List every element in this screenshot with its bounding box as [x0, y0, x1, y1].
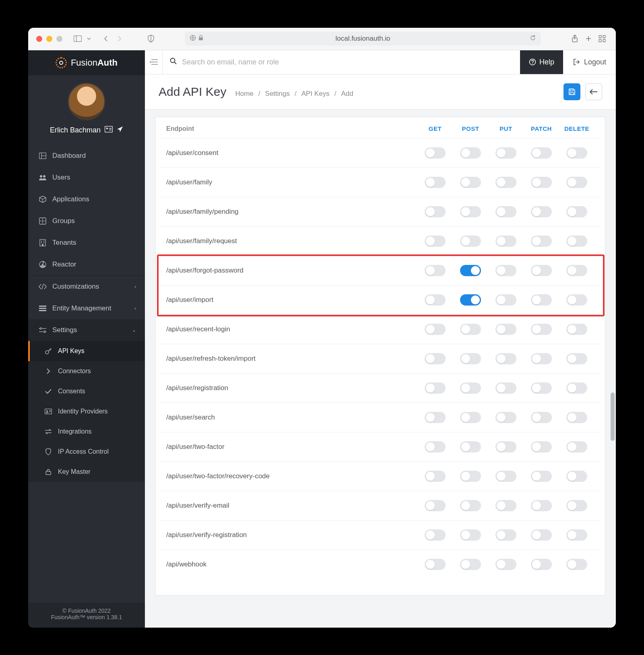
- toggle-post[interactable]: [460, 353, 481, 364]
- sidebar-item-users[interactable]: Users: [28, 167, 145, 188]
- sidebar-item-customizations[interactable]: Customizations ‹: [28, 276, 145, 298]
- toggle-patch[interactable]: [531, 382, 552, 394]
- toggle-delete[interactable]: [566, 559, 587, 570]
- toggle-get[interactable]: [425, 500, 446, 511]
- toggle-get[interactable]: [425, 147, 446, 159]
- sidebar-item-applications[interactable]: Applications: [28, 188, 145, 210]
- toggle-delete[interactable]: [566, 324, 587, 335]
- sidebar-item-reactor[interactable]: Reactor: [28, 254, 145, 275]
- vcard-icon[interactable]: [105, 126, 113, 134]
- toggle-get[interactable]: [425, 353, 446, 364]
- toggle-patch[interactable]: [531, 353, 552, 364]
- close-window-icon[interactable]: [36, 36, 42, 42]
- toggle-delete[interactable]: [566, 529, 587, 541]
- toggle-patch[interactable]: [531, 500, 552, 511]
- back-icon[interactable]: [100, 33, 111, 44]
- toggle-put[interactable]: [495, 412, 516, 423]
- toggle-get[interactable]: [425, 529, 446, 541]
- toggle-post[interactable]: [460, 206, 481, 217]
- toggle-patch[interactable]: [531, 177, 552, 188]
- sidebar-subitem-connectors[interactable]: Connectors: [28, 361, 145, 381]
- sidebar-item-settings[interactable]: Settings ⌄: [28, 319, 145, 341]
- toggle-patch[interactable]: [531, 529, 552, 541]
- toggle-patch[interactable]: [531, 441, 552, 453]
- tabs-overview-icon[interactable]: [597, 33, 608, 44]
- toggle-get[interactable]: [425, 294, 446, 306]
- sidebar-subitem-integrations[interactable]: Integrations: [28, 422, 145, 442]
- share-icon[interactable]: [569, 33, 580, 44]
- location-icon[interactable]: [117, 126, 123, 134]
- sidebar-subitem-api-keys[interactable]: API Keys: [28, 341, 145, 361]
- toggle-delete[interactable]: [566, 471, 587, 482]
- back-button[interactable]: [585, 83, 602, 100]
- logout-button[interactable]: Logout: [563, 50, 616, 74]
- toggle-post[interactable]: [460, 382, 481, 394]
- address-bar[interactable]: local.fusionauth.io: [185, 32, 541, 45]
- sidebar-item-tenants[interactable]: Tenants: [28, 232, 145, 254]
- toggle-put[interactable]: [495, 529, 516, 541]
- toggle-post[interactable]: [460, 441, 481, 453]
- toggle-delete[interactable]: [566, 500, 587, 511]
- search-input[interactable]: [182, 58, 513, 66]
- toggle-get[interactable]: [425, 382, 446, 394]
- toggle-post[interactable]: [460, 265, 481, 276]
- toggle-put[interactable]: [495, 177, 516, 188]
- toggle-delete[interactable]: [566, 294, 587, 306]
- toggle-post[interactable]: [460, 471, 481, 482]
- toggle-put[interactable]: [495, 471, 516, 482]
- reload-icon[interactable]: [530, 35, 536, 43]
- toggle-patch[interactable]: [531, 471, 552, 482]
- sidebar-toggle-icon[interactable]: [72, 33, 83, 44]
- crumb-api-keys[interactable]: API Keys: [301, 90, 330, 98]
- forward-icon[interactable]: [114, 33, 125, 44]
- toggle-post[interactable]: [460, 294, 481, 306]
- toggle-get[interactable]: [425, 441, 446, 453]
- toggle-post[interactable]: [460, 177, 481, 188]
- toggle-patch[interactable]: [531, 412, 552, 423]
- avatar[interactable]: [68, 83, 105, 120]
- sidebar-subitem-identity-providers[interactable]: Identity Providers: [28, 401, 145, 422]
- sidebar-subitem-key-master[interactable]: Key Master: [28, 462, 145, 482]
- crumb-settings[interactable]: Settings: [265, 90, 290, 98]
- toggle-delete[interactable]: [566, 412, 587, 423]
- toggle-get[interactable]: [425, 265, 446, 276]
- toggle-put[interactable]: [495, 353, 516, 364]
- toggle-put[interactable]: [495, 147, 516, 159]
- toggle-put[interactable]: [495, 559, 516, 570]
- new-tab-icon[interactable]: [583, 33, 594, 44]
- minimize-window-icon[interactable]: [46, 36, 52, 42]
- sidebar-item-entity-management[interactable]: Entity Management ‹: [28, 298, 145, 319]
- toggle-put[interactable]: [495, 265, 516, 276]
- toggle-get[interactable]: [425, 471, 446, 482]
- toggle-post[interactable]: [460, 559, 481, 570]
- toggle-get[interactable]: [425, 412, 446, 423]
- toggle-delete[interactable]: [566, 177, 587, 188]
- help-button[interactable]: Help: [520, 50, 563, 74]
- toggle-put[interactable]: [495, 382, 516, 394]
- collapse-sidebar-icon[interactable]: [145, 50, 163, 74]
- toggle-patch[interactable]: [531, 324, 552, 335]
- toggle-get[interactable]: [425, 236, 446, 247]
- toggle-patch[interactable]: [531, 265, 552, 276]
- toggle-delete[interactable]: [566, 147, 587, 159]
- maximize-window-icon[interactable]: [56, 36, 62, 42]
- sidebar-subitem-consents[interactable]: Consents: [28, 381, 145, 401]
- site-settings-icon[interactable]: [190, 35, 196, 43]
- scrollbar-thumb[interactable]: [611, 393, 615, 441]
- toggle-post[interactable]: [460, 324, 481, 335]
- toggle-put[interactable]: [495, 206, 516, 217]
- toggle-patch[interactable]: [531, 559, 552, 570]
- toggle-post[interactable]: [460, 236, 481, 247]
- toggle-delete[interactable]: [566, 353, 587, 364]
- toggle-delete[interactable]: [566, 382, 587, 394]
- brand-header[interactable]: FusionAuth: [28, 50, 145, 75]
- sidebar-item-groups[interactable]: Groups: [28, 210, 145, 232]
- toggle-delete[interactable]: [566, 441, 587, 453]
- toggle-get[interactable]: [425, 324, 446, 335]
- sidebar-item-dashboard[interactable]: Dashboard: [28, 145, 145, 167]
- toggle-get[interactable]: [425, 559, 446, 570]
- toggle-patch[interactable]: [531, 294, 552, 306]
- toggle-put[interactable]: [495, 324, 516, 335]
- toggle-get[interactable]: [425, 177, 446, 188]
- sidebar-subitem-ip-access-control[interactable]: IP Access Control: [28, 442, 145, 462]
